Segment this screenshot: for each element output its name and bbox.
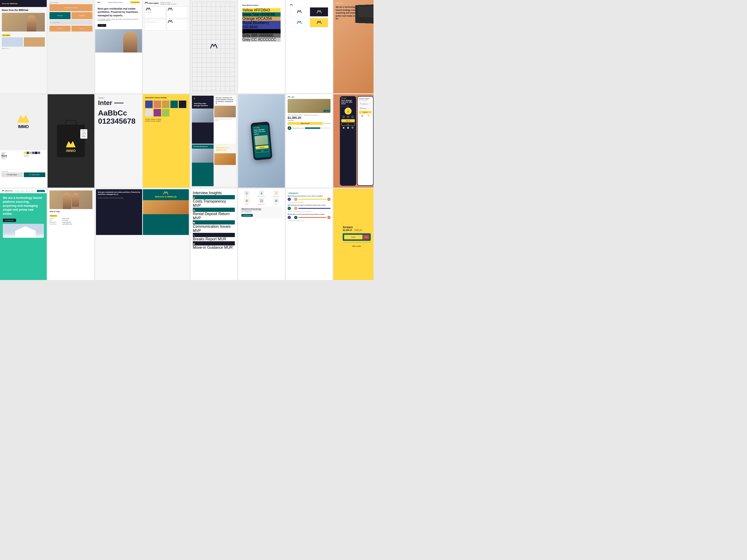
interview-insights-title: Interview Insights: [193, 191, 235, 195]
tote-bag-cell: IMMO World Economic Forum Technology Pio…: [48, 94, 94, 188]
chip-blue: [32, 152, 34, 154]
homes-logo-2-icon: [29, 174, 31, 176]
interview-insights-cell: Interview Insights 💰 Costs Transparency …: [190, 189, 237, 280]
badge-name: Thomas Fuehrich: [81, 135, 87, 137]
rental-address: 300-A, Bürgermeister-Steind..., Street N…: [288, 114, 331, 116]
doc-phone: Woodbrook, Dublin, D03 R0C0: [160, 3, 177, 5]
house-shape: [15, 226, 36, 238]
site-hero-btn[interactable]: Get Approved: [3, 219, 16, 222]
spread-img-2: [143, 200, 189, 214]
ext-swatch-blue: [145, 101, 153, 108]
pm2-option-2-text: Message: [363, 108, 366, 109]
nav-link-2[interactable]: Resources: [21, 190, 25, 192]
pm1-login-btn[interactable]: Login: [341, 123, 355, 126]
nav-link-1[interactable]: Our Solution: [15, 190, 20, 192]
brand-typeface-info: Typeface Inter Black AaBbCcDdEeFfGgHhIi: [1, 152, 23, 168]
pm2-option-1[interactable]: 🔧 Maintenance: [359, 102, 371, 106]
tote-bag: IMMO World Economic Forum Technology Pio…: [57, 125, 85, 157]
spread-sub-1: Superior investments in prime European l…: [96, 197, 142, 198]
blog-nav[interactable]: Page 1 of 4 >: [2, 48, 45, 49]
color-row-orange: Orange #DCA356: [242, 17, 281, 21]
ap-back-icon[interactable]: ←: [343, 222, 344, 225]
grid-block-teal-label: 720×416px: [57, 15, 63, 16]
pm2-option-2[interactable]: 💬 Message: [359, 106, 371, 110]
pm1-bottom-icon-1: 🏠: [342, 127, 345, 129]
rental-transfer-btn[interactable]: Make a transfer: [288, 122, 323, 125]
nav-link-3[interactable]: About Us: [26, 190, 30, 192]
color-swatch-greycc: Grey CC #CCCCCC: [242, 37, 281, 42]
ii-icon-2: 🏠: [193, 208, 235, 212]
blog-content: News from the IMMOlab Vin Capital Page 1…: [0, 7, 47, 51]
hero-sub: Our strategic platform spans the Single-…: [98, 19, 139, 21]
color-hex-grey666: #666666: [259, 33, 273, 37]
extended-palette-swatches: [145, 101, 187, 116]
site-cta-btn[interactable]: Get Approved: [37, 190, 45, 192]
ap-description: The total invoice of €465.20 is expected…: [343, 242, 371, 243]
rental-logo-text: IMMO: [291, 96, 294, 98]
blog-cell: from the IMMOlab News from the IMMOlab V…: [0, 0, 47, 93]
blog-logo: from the IMMOlab: [2, 3, 18, 5]
pm2-sub: Got an emergency?: [359, 100, 371, 101]
ii-icon-5: 🏠: [193, 241, 235, 245]
doc-box-1: Immo Capital: [145, 6, 166, 18]
tote-logo: IMMO: [66, 141, 76, 153]
archetype-tag: Archetype #1: [288, 192, 299, 194]
ii-badge-4: MUR: [218, 237, 226, 241]
spread-logo-icon: [163, 192, 168, 195]
doc-spread-1-title: Unlocking value through machines: [192, 102, 213, 108]
rental-nav: IMMO: [288, 96, 331, 98]
icon-windows: 🪟 Windows / Doors: [255, 198, 268, 205]
arch-avatar-s: S: [288, 197, 291, 201]
icons-services-cell: 📡 Internet 💧 Water / plumbing ⚡ Electric…: [238, 189, 285, 280]
grid-spec-cell: [190, 0, 237, 93]
water-icon: 💧: [259, 190, 264, 195]
immo-logo-icon: [145, 2, 148, 4]
hero-cta[interactable]: Get Approved: [130, 1, 140, 3]
brand-mark: [18, 115, 29, 124]
chip-yellow: [24, 152, 26, 154]
grid-block-2: 400×300px: [50, 26, 71, 31]
pm2-option-1-label: 🔧 Maintenance: [360, 103, 371, 105]
ext-swatch-gold: [162, 101, 170, 108]
ap-amount-label-1: due Jun 2021: [343, 231, 352, 232]
doc-address: hello@immo.capital: [160, 2, 177, 3]
pm1-bottom-icon-3: ⚙️: [351, 127, 354, 129]
arch-avatar-tb: TB: [327, 197, 331, 201]
hero-btn[interactable]: → 33 ...: [98, 24, 106, 27]
ap-amounts-row: $2,385.20 due Jun 2021 $400.00 overdue 2…: [343, 229, 371, 232]
palette-code-list: #3C46A0 #D9845A #C8A050 #006060 #1A1A2E …: [145, 118, 187, 122]
persona-label-age: Age:: [50, 219, 61, 221]
persona-image: [50, 190, 93, 209]
arch-arrow-1: →: [292, 198, 293, 200]
color-row-greycc: Grey CC #CCCCCC: [242, 37, 281, 42]
phone-login-btn[interactable]: Login: [256, 149, 269, 153]
spec-logo-teal: [290, 18, 308, 27]
ii-label-4: Breaks Report: [193, 237, 216, 241]
persona-row-1: Location: Hamburg, DE: [50, 218, 93, 219]
pm2-signup-btn[interactable]: Sign Up: [359, 111, 371, 114]
ii-icon-4: 🔧: [193, 233, 235, 237]
color-row-blue: Royal Blueberry #3C46A0: [242, 21, 281, 29]
ap-transfer-btn[interactable]: Make a transfer: [343, 244, 371, 248]
doc-logos: Immo capital: [145, 2, 158, 5]
arch-arrow-3: →: [292, 217, 293, 218]
blog-small-items: [2, 37, 45, 47]
phone-device: IMMO Rent, Manage and Love your Home Sig…: [251, 122, 273, 160]
color-name-teal: Deep Teal: [242, 12, 259, 16]
homes-logo-2: IMMO HOMES: [24, 172, 45, 177]
pm1-signup-btn[interactable]: Sign Up: [341, 119, 355, 122]
website-hero-cell: IMMO Solutions Resources About Get Appro…: [95, 0, 142, 93]
ext-swatch-purple: [154, 109, 161, 116]
hero-body: Next-gen residential real estate portfol…: [95, 5, 142, 29]
arch-answer-2: Don't see value in using mobile apps for…: [288, 211, 331, 212]
site-hero-section: We are a technology based platform sourc…: [0, 193, 47, 241]
brand-colors-title: New Brand Colors: [242, 4, 281, 6]
tech-website-cell: IMMO Capital We are a technology based s…: [333, 0, 374, 93]
arch-line-2: [298, 208, 331, 209]
color-name-grey666: Grey 666: [242, 33, 258, 37]
nav-link-4[interactable]: Contact Us: [31, 190, 35, 192]
pm1-logo-icon: [341, 98, 343, 99]
doc-grid: Immo Capital: [145, 6, 188, 31]
contact-btn[interactable]: Send Message: [241, 214, 253, 217]
pm2-bottom-icon-1: 🏠: [361, 114, 363, 117]
